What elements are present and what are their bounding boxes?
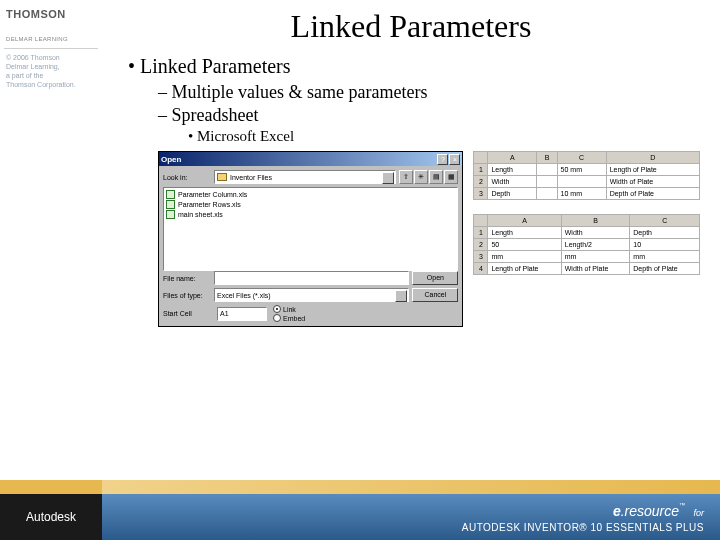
table-row: 1LengthWidthDepth [474,227,700,239]
col-header: C [630,215,700,227]
autodesk-logo: Autodesk [0,494,102,540]
bullet-level1: Linked Parameters [128,55,700,78]
radio-embed[interactable]: Embed [273,314,305,322]
file-name: Parameter Rows.xls [178,201,241,208]
for-text: for [693,508,704,518]
filetype-row: Files of type: Excel Files (*.xls) Cance… [163,288,458,302]
cell: Length/2 [561,239,630,251]
file-item[interactable]: Parameter Rows.xls [166,200,455,209]
dialog-title: Open [161,155,181,164]
startcell-value: A1 [220,310,229,317]
col-header: A [488,152,537,164]
col-header: B [537,152,557,164]
header-row: A B C D [474,152,700,164]
cancel-button[interactable]: Cancel [412,288,458,302]
branding-stack: e.e.resourceresource™ for AUTODESK INVEN… [462,502,704,533]
cell: Width [561,227,630,239]
col-header: A [488,215,561,227]
filename-label: File name: [163,275,211,282]
table-row: 250Length/210 [474,239,700,251]
footer-main: Autodesk e.e.resourceresource™ for AUTOD… [0,494,720,540]
cell: Depth [488,188,537,200]
eresource-logo: e.e.resourceresource [613,503,679,519]
corner-cell [474,215,488,227]
dialog-toolbar: ⇧ ✳ ▤ ▦ [399,170,458,184]
list-view-icon[interactable]: ▤ [429,170,443,184]
header-row: A B C [474,215,700,227]
excel-file-icon [166,210,175,219]
copyright-line: Thomson Corporation. [6,80,96,89]
col-header: D [606,152,699,164]
excel-file-icon [166,200,175,209]
accent-segment [0,480,102,494]
table-row: 4Length of PlateWidth of PlateDepth of P… [474,263,700,275]
dialog-titlebar: Open ? × [159,152,462,166]
slide-content: Linked Parameters Linked Parameters Mult… [102,0,720,480]
file-item[interactable]: Parameter Column.xls [166,190,455,199]
help-button[interactable]: ? [437,154,448,165]
copyright-text: © 2006 Thomson Delmar Learning, a part o… [0,53,102,89]
new-folder-icon[interactable]: ✳ [414,170,428,184]
filename-input[interactable] [214,271,409,285]
radio-label: Link [283,306,296,313]
up-folder-icon[interactable]: ⇧ [399,170,413,184]
accent-segment [102,480,720,494]
close-button[interactable]: × [449,154,460,165]
cell: Length [488,164,537,176]
file-name: Parameter Column.xls [178,191,247,198]
details-view-icon[interactable]: ▦ [444,170,458,184]
cell: Depth of Plate [606,188,699,200]
file-item[interactable]: main sheet.xls [166,210,455,219]
bullet-text: Spreadsheet [172,105,259,125]
brand-block: THOMSON ✶ DELMAR LEARNING [0,0,102,46]
cell: Length of Plate [488,263,561,275]
row-header: 2 [474,239,488,251]
dialog-body: Look in: Inventor Files ⇧ ✳ ▤ ▦ Paramete… [159,166,462,326]
cell: mm [630,251,700,263]
cell: Depth [630,227,700,239]
slide-title: Linked Parameters [122,8,700,45]
col-header: C [557,152,606,164]
bullet-level3: Microsoft Excel [188,128,700,145]
product-name: AUTODESK INVENTOR® 10 ESSENTIALS PLUS [462,522,704,533]
table-row: 3mmmmmm [474,251,700,263]
figures-row: Open ? × Look in: Inventor Files ⇧ ✳ [158,151,700,327]
footer-accent-bar [0,480,720,494]
filetype-dropdown[interactable]: Excel Files (*.xls) [214,288,409,302]
row-header: 1 [474,164,488,176]
row-header: 3 [474,251,488,263]
radio-link[interactable]: Link [273,305,305,313]
radio-icon [273,305,281,313]
lookin-dropdown[interactable]: Inventor Files [214,170,396,184]
filetype-value: Excel Files (*.xls) [217,292,271,299]
cell: Width [488,176,537,188]
bullet-text: Microsoft Excel [197,128,294,144]
bullet-level2: Spreadsheet [158,105,700,126]
cell [537,164,557,176]
eresource-line: e.e.resourceresource™ for [613,502,704,520]
spreadsheet-1: A B C D 1Length50 mmLength of Plate 2Wid… [473,151,700,200]
open-dialog: Open ? × Look in: Inventor Files ⇧ ✳ [158,151,463,327]
col-header: B [561,215,630,227]
file-list[interactable]: Parameter Column.xls Parameter Rows.xls … [163,187,458,271]
open-button[interactable]: Open [412,271,458,285]
brand-subtitle: DELMAR LEARNING [6,36,96,42]
radio-icon [273,314,281,322]
filetype-label: Files of type: [163,292,211,299]
file-name: main sheet.xls [178,211,223,218]
startcell-label: Start Cell [163,310,211,317]
table-row: 3Depth10 mmDepth of Plate [474,188,700,200]
cell: 50 mm [557,164,606,176]
copyright-line: Delmar Learning, [6,62,96,71]
corner-cell [474,152,488,164]
cell [557,176,606,188]
divider [4,48,98,49]
startcell-input[interactable]: A1 [217,307,267,321]
cell: 10 mm [557,188,606,200]
bullet-text: Linked Parameters [140,55,291,77]
cell [537,188,557,200]
cell: Length of Plate [606,164,699,176]
radio-label: Embed [283,315,305,322]
table-row: 2WidthWidth of Plate [474,176,700,188]
lookin-row: Look in: Inventor Files ⇧ ✳ ▤ ▦ [163,170,458,184]
